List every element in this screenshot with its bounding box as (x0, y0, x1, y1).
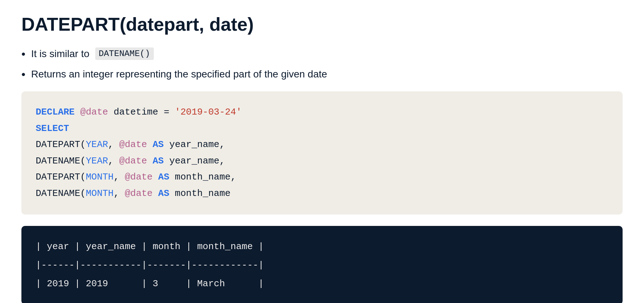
code-line-5: DATEPART(MONTH, @date AS month_name, (36, 169, 608, 186)
keyword-year-2: YEAR (86, 156, 108, 166)
result-block: | year | year_name | month | month_name … (21, 226, 623, 303)
result-separator: |------|-----------|-------|------------… (36, 256, 608, 274)
code-line-4: DATENAME(YEAR, @date AS year_name, (36, 153, 608, 170)
var-date-6: @date (125, 188, 153, 199)
inline-code-datename: DATENAME() (95, 47, 154, 60)
code-datename-2: DATENAME( (36, 188, 86, 199)
page-title: DATEPART(datepart, date) (21, 14, 623, 35)
code-line-3: DATEPART(YEAR, @date AS year_name, (36, 137, 608, 153)
var-date-1: @date (80, 107, 108, 117)
code-line-2: SELECT (36, 121, 608, 137)
code-type: datetime = (113, 107, 175, 117)
keyword-select: SELECT (36, 123, 69, 134)
bullet-text-1: It is similar to (31, 48, 89, 60)
bullet-text-2: Returns an integer representing the spec… (31, 69, 327, 80)
code-line-6: DATENAME(MONTH, @date AS month_name (36, 186, 608, 202)
code-datename-1: DATENAME( (36, 156, 86, 166)
code-block: DECLARE @date datetime = '2019-03-24' SE… (21, 91, 623, 214)
keyword-year-1: YEAR (86, 139, 108, 150)
code-datepart-2: DATEPART( (36, 172, 86, 182)
bullet-item-2: Returns an integer representing the spec… (21, 69, 623, 80)
string-date: '2019-03-24' (175, 107, 242, 117)
var-date-5: @date (125, 172, 153, 182)
keyword-month-2: MONTH (86, 188, 113, 199)
keyword-month-1: MONTH (86, 172, 113, 182)
keyword-declare: DECLARE (36, 107, 75, 117)
bullet-item-1: It is similar to DATENAME() (21, 47, 623, 60)
var-date-3: @date (119, 139, 147, 150)
var-date-4: @date (119, 156, 147, 166)
code-line-1: DECLARE @date datetime = '2019-03-24' (36, 104, 608, 121)
result-row-1: | 2019 | 2019 | 3 | March | (36, 274, 608, 293)
bullet-list: It is similar to DATENAME() Returns an i… (21, 47, 623, 80)
code-datepart-1: DATEPART( (36, 139, 86, 150)
result-header: | year | year_name | month | month_name … (36, 237, 608, 256)
